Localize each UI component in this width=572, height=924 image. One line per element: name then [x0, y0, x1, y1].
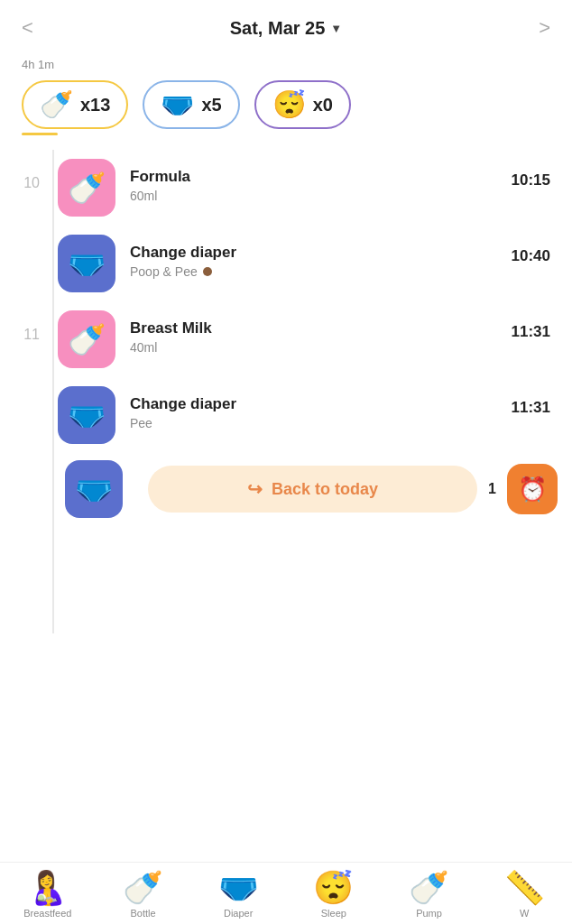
diaper1-subtitle: Poop & Pee — [130, 264, 512, 279]
timeline-entry-breastmilk[interactable]: 11 🍼 Breast Milk 40ml 11:31 — [0, 301, 572, 377]
diaper-nav-label: Diaper — [224, 908, 253, 919]
sleep-card-count: x0 — [313, 95, 333, 116]
nav-item-pump[interactable]: 🍼 Pump — [382, 872, 477, 919]
nav-item-weight[interactable]: 📏 W — [476, 872, 572, 919]
timeline: 10 🍼 Formula 60ml 10:15 🩲 Change diaper … — [0, 150, 572, 633]
back-to-today-button[interactable]: ↪ Back to today — [148, 466, 477, 513]
alarm-button[interactable]: ⏰ — [507, 464, 558, 514]
timeline-hour-11: 11 — [0, 310, 40, 343]
diaper2-title: Change diaper — [130, 395, 512, 413]
nav-item-sleep[interactable]: 😴 Sleep — [286, 872, 382, 919]
diaper2-content: Change diaper Pee — [130, 386, 512, 430]
feeding-card-icon: 🍼 — [40, 91, 73, 118]
diaper1-content: Change diaper Poop & Pee — [130, 235, 512, 279]
formula-subtitle: 60ml — [130, 189, 512, 203]
date-dropdown-icon: ▼ — [330, 22, 342, 35]
formula-time: 10:15 — [512, 159, 550, 189]
back-today-wrapper: 🩲 ↪ Back to today 1 ⏰ — [65, 460, 558, 518]
poop-indicator — [203, 267, 212, 276]
breastfeed-nav-label: Breastfeed — [23, 908, 71, 919]
sleep-nav-icon: 😴 — [313, 872, 354, 904]
nav-item-diaper[interactable]: 🩲 Diaper — [190, 872, 286, 919]
timeline-hour-blank2 — [0, 386, 40, 402]
summary-divider — [22, 133, 58, 135]
breastmilk-title: Breast Milk — [130, 319, 512, 337]
breastmilk-icon: 🍼 — [58, 310, 115, 368]
bottle-nav-icon: 🍼 — [123, 872, 163, 904]
diaper-card-icon: 🩲 — [161, 91, 194, 118]
timeline-hour-blank1 — [0, 235, 40, 251]
partial-diaper-icon: 🩲 — [65, 460, 123, 518]
breastfeed-nav-icon: 🤱 — [27, 872, 68, 904]
bottom-nav: 🤱 Breastfeed 🍼 Bottle 🩲 Diaper 😴 Sleep 🍼… — [0, 862, 572, 924]
feeding-summary-card[interactable]: 🍼 x13 — [22, 80, 128, 129]
diaper1-title: Change diaper — [130, 244, 512, 262]
formula-icon: 🍼 — [58, 159, 115, 217]
breastmilk-content: Breast Milk 40ml — [130, 310, 512, 355]
timeline-entry-formula[interactable]: 10 🍼 Formula 60ml 10:15 — [0, 150, 572, 226]
timeline-entry-diaper1[interactable]: 🩲 Change diaper Poop & Pee 10:40 — [0, 226, 572, 301]
prev-button[interactable]: < — [22, 16, 33, 40]
diaper-card-count: x5 — [201, 95, 221, 116]
summary-cards: 🍼 x13 🩲 x5 😴 x0 — [22, 80, 550, 129]
weight-nav-label: W — [520, 908, 529, 919]
formula-content: Formula 60ml — [130, 159, 512, 203]
diaper1-icon: 🩲 — [58, 235, 115, 292]
sleep-card-icon: 😴 — [272, 91, 306, 118]
date-label: Sat, Mar 25 — [230, 18, 326, 39]
sleep-nav-label: Sleep — [321, 908, 346, 919]
breastmilk-subtitle: 40ml — [130, 340, 512, 355]
back-today-icon: ↪ — [247, 478, 263, 500]
pump-nav-label: Pump — [416, 908, 442, 919]
feeding-card-count: x13 — [80, 95, 110, 116]
sleep-summary-card[interactable]: 😴 x0 — [254, 80, 351, 129]
partial-time: 1 — [488, 481, 496, 497]
diaper2-icon: 🩲 — [58, 386, 115, 444]
pump-nav-icon: 🍼 — [409, 872, 449, 904]
timeline-hour-10: 10 — [0, 159, 40, 191]
summary-duration: 4h 1m — [22, 58, 550, 71]
date-title[interactable]: Sat, Mar 25 ▼ — [230, 18, 342, 39]
next-button[interactable]: > — [539, 16, 550, 40]
weight-nav-icon: 📏 — [504, 872, 545, 904]
back-today-label: Back to today — [272, 480, 378, 499]
diaper2-time: 11:31 — [512, 386, 550, 417]
nav-item-bottle[interactable]: 🍼 Bottle — [96, 872, 191, 919]
header: < Sat, Mar 25 ▼ > — [0, 0, 572, 49]
timeline-entry-diaper2[interactable]: 🩲 Change diaper Pee 11:31 — [0, 377, 572, 453]
nav-item-breastfeed[interactable]: 🤱 Breastfeed — [0, 872, 96, 919]
back-today-row: 🩲 ↪ Back to today 1 ⏰ — [14, 460, 558, 518]
bottle-nav-label: Bottle — [130, 908, 155, 919]
summary-section: 4h 1m 🍼 x13 🩲 x5 😴 x0 — [0, 49, 572, 150]
formula-title: Formula — [130, 168, 512, 186]
diaper2-subtitle: Pee — [130, 416, 512, 430]
diaper-nav-icon: 🩲 — [218, 872, 259, 904]
breastmilk-time: 11:31 — [512, 310, 550, 341]
diaper-summary-card[interactable]: 🩲 x5 — [143, 80, 239, 129]
diaper1-time: 10:40 — [512, 235, 550, 265]
